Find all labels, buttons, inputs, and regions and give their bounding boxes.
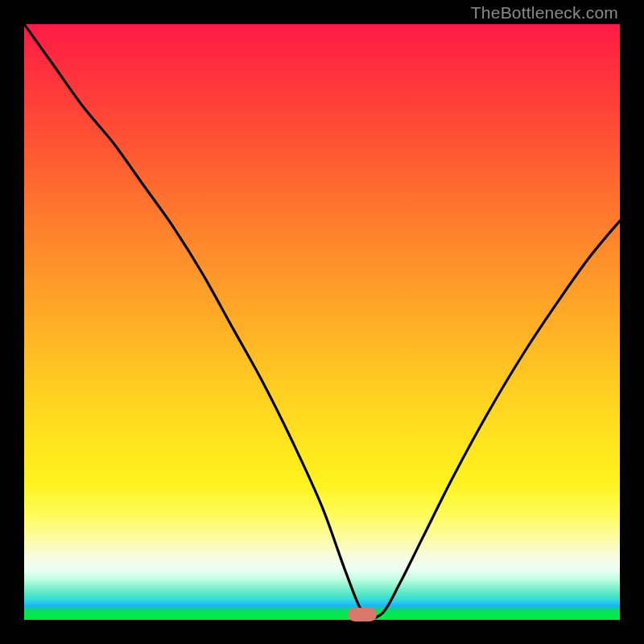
curve-path: [24, 24, 620, 618]
plot-area: [24, 24, 620, 620]
watermark-text: TheBottleneck.com: [471, 3, 618, 23]
bottleneck-curve: [24, 24, 620, 620]
chart-frame: TheBottleneck.com: [0, 0, 644, 644]
optimal-marker: [348, 608, 377, 621]
